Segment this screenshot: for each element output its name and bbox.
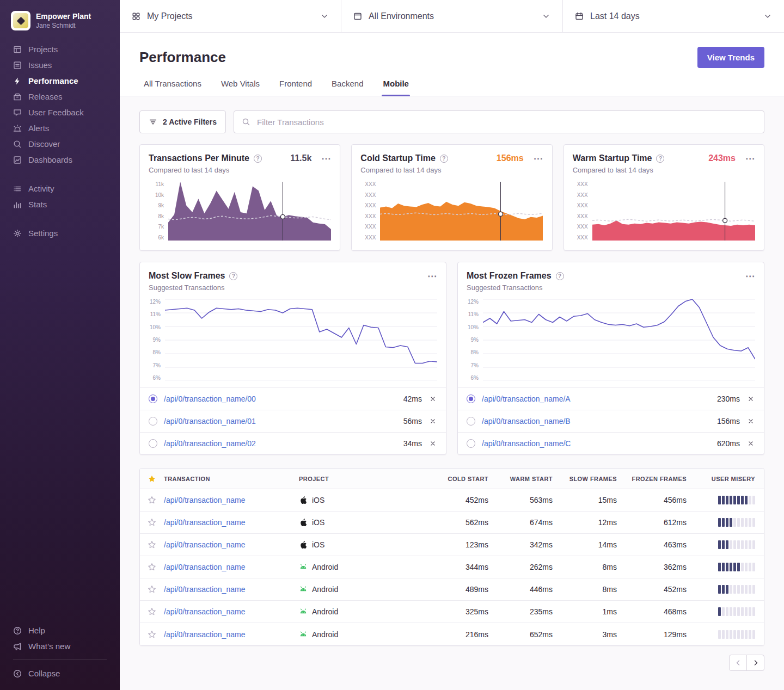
projects-icon — [13, 45, 22, 54]
chevron-down-icon — [542, 12, 550, 21]
sidebar-item-releases[interactable]: Releases — [0, 89, 120, 104]
y-tick-label: XXX — [577, 235, 588, 241]
sidebar-collapse-button[interactable]: Collapse — [0, 666, 120, 681]
sidebar-item-discover[interactable]: Discover — [0, 136, 120, 152]
close-icon[interactable] — [746, 417, 755, 426]
help-question-icon[interactable] — [254, 155, 262, 163]
frame-cards-row: Most Slow Frames ⋯ Suggested Transaction… — [139, 262, 764, 455]
table-header-row: TRANSACTIONPROJECTCOLD STARTWARM STARTSL… — [140, 469, 764, 489]
transactions-table: TRANSACTIONPROJECTCOLD STARTWARM STARTSL… — [139, 468, 764, 646]
transaction-link[interactable]: /api/0/transaction_name — [164, 563, 245, 571]
transaction-link[interactable]: /api/0/transaction_name/00 — [164, 395, 256, 403]
sidebar-item-label: Performance — [28, 76, 78, 85]
transaction-radio[interactable] — [149, 417, 157, 426]
transaction-link[interactable]: /api/0/transaction_name — [164, 607, 245, 616]
sidebar-item-label: Stats — [28, 200, 47, 209]
calendar-icon — [575, 12, 584, 21]
column-header-slow-frames: SLOW FRAMES — [556, 476, 620, 482]
pagination-next-button[interactable] — [746, 655, 764, 671]
star-filled-icon[interactable] — [148, 475, 156, 483]
transaction-radio[interactable] — [149, 439, 157, 448]
date-range-dropdown[interactable]: Last 14 days — [563, 0, 784, 32]
project-cell: Android — [299, 607, 426, 616]
apple-icon — [299, 496, 308, 504]
star-outline-icon[interactable] — [148, 496, 156, 504]
environment-icon — [353, 12, 362, 21]
transaction-link[interactable]: /api/0/transaction_name/01 — [164, 417, 256, 426]
transaction-link[interactable]: /api/0/transaction_name — [164, 585, 245, 594]
tab-mobile[interactable]: Mobile — [383, 79, 409, 96]
tab-frontend[interactable]: Frontend — [279, 79, 312, 96]
frozen-frames-list: /api/0/transaction_name/A230ms/api/0/tra… — [458, 387, 764, 454]
transaction-link[interactable]: /api/0/transaction_name — [164, 518, 245, 527]
transaction-radio[interactable] — [467, 395, 475, 403]
sidebar-item-help[interactable]: Help — [0, 623, 120, 638]
transaction-link[interactable]: /api/0/transaction_name/C — [482, 439, 571, 448]
help-question-icon[interactable] — [229, 272, 237, 280]
transaction-link[interactable]: /api/0/transaction_name/A — [482, 395, 571, 403]
help-question-icon[interactable] — [556, 272, 564, 280]
tab-all-transactions[interactable]: All Transactions — [144, 79, 201, 96]
close-icon[interactable] — [746, 395, 755, 403]
star-outline-icon[interactable] — [148, 630, 156, 639]
sidebar-item-label: Help — [28, 626, 45, 635]
close-icon[interactable] — [746, 439, 755, 448]
y-tick-label: 12% — [150, 299, 161, 305]
suggested-transaction-row: /api/0/transaction_name/0156ms — [140, 410, 446, 432]
transaction-radio[interactable] — [467, 439, 475, 448]
sidebar-item-user-feedback[interactable]: User Feedback — [0, 104, 120, 120]
close-icon[interactable] — [428, 395, 437, 403]
project-filter-dropdown[interactable]: My Projects — [120, 0, 341, 32]
sidebar-item-stats[interactable]: Stats — [0, 196, 120, 212]
transaction-link[interactable]: /api/0/transaction_name — [164, 540, 245, 549]
view-trends-button[interactable]: View Trends — [697, 47, 764, 68]
card-menu-icon[interactable]: ⋯ — [534, 154, 543, 163]
close-icon[interactable] — [428, 439, 437, 448]
transaction-link[interactable]: /api/0/transaction_name — [164, 496, 245, 504]
sidebar-item-performance[interactable]: Performance — [0, 73, 120, 89]
org-switcher[interactable]: Empower Plant Jane Schmidt — [0, 8, 120, 41]
frame-card-subtitle: Suggested Transactions — [140, 284, 446, 292]
sidebar-item-label: Issues — [28, 60, 52, 70]
y-axis-ticks: 12%11%10%9%8%7%6% — [463, 299, 483, 381]
help-question-icon[interactable] — [440, 155, 448, 163]
tab-web-vitals[interactable]: Web Vitals — [221, 79, 260, 96]
metric-value: 156ms — [497, 153, 524, 163]
y-tick-label: 8% — [471, 350, 479, 355]
star-outline-icon[interactable] — [148, 540, 156, 549]
tpm-chart — [168, 182, 331, 241]
warm-start-value: 563ms — [492, 496, 556, 504]
sidebar-item-settings[interactable]: Settings — [0, 225, 120, 241]
pagination-prev-button[interactable] — [729, 655, 747, 671]
y-tick-label: XXX — [577, 182, 588, 187]
sidebar-item-what-s-new[interactable]: What’s new — [0, 638, 120, 654]
transaction-link[interactable]: /api/0/transaction_name/02 — [164, 439, 256, 448]
help-question-icon[interactable] — [656, 155, 664, 163]
sidebar-item-issues[interactable]: Issues — [0, 57, 120, 73]
transaction-radio[interactable] — [149, 395, 157, 403]
transaction-link[interactable]: /api/0/transaction_name — [164, 630, 245, 639]
card-menu-icon[interactable]: ⋯ — [745, 272, 755, 281]
star-outline-icon[interactable] — [148, 585, 156, 594]
table-body: /api/0/transaction_nameiOS452ms563ms15ms… — [140, 489, 764, 645]
card-menu-icon[interactable]: ⋯ — [745, 154, 755, 163]
active-filters-button[interactable]: 2 Active Filters — [139, 110, 226, 133]
card-menu-icon[interactable]: ⋯ — [321, 154, 331, 163]
star-outline-icon[interactable] — [148, 607, 156, 616]
close-icon[interactable] — [428, 417, 437, 426]
environment-filter-dropdown[interactable]: All Environments — [341, 0, 563, 32]
sidebar-item-activity[interactable]: Activity — [0, 181, 120, 196]
transaction-radio[interactable] — [467, 417, 475, 426]
sidebar-item-alerts[interactable]: Alerts — [0, 120, 120, 136]
metric-card-subtitle: Compared to last 14 days — [149, 166, 331, 174]
transaction-link[interactable]: /api/0/transaction_name/B — [482, 417, 571, 426]
star-outline-icon[interactable] — [148, 518, 156, 527]
search-input[interactable] — [256, 117, 756, 127]
sidebar-item-label: Releases — [28, 92, 63, 101]
sidebar-item-dashboards[interactable]: Dashboards — [0, 152, 120, 168]
tab-backend[interactable]: Backend — [332, 79, 363, 96]
card-menu-icon[interactable]: ⋯ — [427, 272, 437, 281]
star-outline-icon[interactable] — [148, 563, 156, 571]
cold-start-value: 325ms — [426, 607, 492, 616]
sidebar-item-projects[interactable]: Projects — [0, 41, 120, 57]
